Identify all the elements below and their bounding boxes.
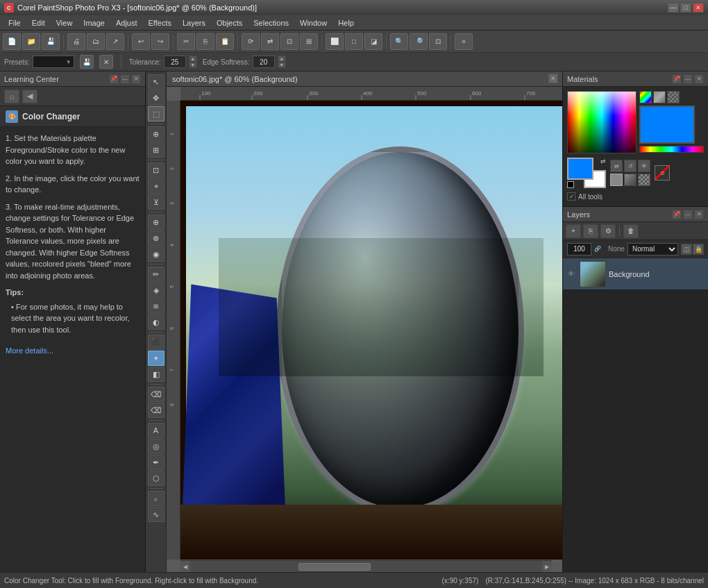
arrow-tool-btn[interactable]: ↖	[148, 74, 165, 90]
select-all-btn[interactable]: ⬜	[326, 33, 344, 50]
mat-reset-btn[interactable]: ↺	[624, 160, 637, 172]
mat-pattern-btn[interactable]	[638, 174, 650, 186]
save-btn[interactable]: 💾	[42, 33, 60, 50]
layer-item-background[interactable]: 👁 Background	[563, 258, 708, 290]
menu-help[interactable]: Help	[332, 17, 360, 28]
zoom-tool-btn[interactable]: ⊕	[148, 126, 165, 142]
gradient-btn[interactable]: ◧	[148, 367, 165, 382]
menu-selections[interactable]: Selections	[248, 17, 294, 28]
menu-image[interactable]: Image	[78, 17, 110, 28]
menu-file[interactable]: File	[3, 17, 26, 28]
smear-btn[interactable]: ≋	[148, 299, 165, 314]
mat-rainbow-btn[interactable]	[639, 91, 652, 103]
edge-softness-down[interactable]: ▼	[278, 62, 286, 68]
resize-btn[interactable]: ⊞	[300, 33, 318, 50]
new-layer-btn[interactable]: +	[566, 224, 581, 238]
browse-btn[interactable]: 🗂	[87, 33, 105, 50]
menu-edit[interactable]: Edit	[26, 17, 51, 28]
mat-close-btn[interactable]: ✕	[694, 74, 704, 84]
duplicate-layer-btn[interactable]: ⎘	[583, 224, 598, 238]
lock-all-btn[interactable]: 🔒	[693, 244, 704, 255]
menu-layers[interactable]: Layers	[177, 17, 211, 28]
mat-texture-btn[interactable]	[667, 91, 680, 103]
mat-null-btn[interactable]: ⊘	[655, 165, 670, 180]
edge-softness-up[interactable]: ▲	[278, 56, 286, 62]
clone-btn[interactable]: ◈	[148, 283, 165, 298]
more-details-link[interactable]: More details...	[6, 345, 53, 357]
rotate-btn[interactable]: ⟳	[242, 33, 260, 50]
hscroll-thumb[interactable]	[298, 563, 371, 571]
layers-pin-btn[interactable]: 📌	[672, 210, 682, 219]
lc-close-btn[interactable]: ✕	[131, 74, 141, 84]
undo-btn[interactable]: ↩	[132, 33, 150, 50]
opacity-input[interactable]	[567, 243, 591, 255]
paint-brush-btn[interactable]: ✏	[148, 267, 165, 282]
edge-softness-input[interactable]	[253, 56, 275, 68]
share-btn[interactable]: ↗	[106, 33, 124, 50]
lock-transparent-btn[interactable]: ◫	[681, 244, 692, 255]
tolerance-down[interactable]: ▼	[189, 62, 197, 68]
deselect-btn[interactable]: □	[345, 33, 363, 50]
dodge-btn[interactable]: ◐	[148, 314, 165, 330]
mat-solid-btn[interactable]	[610, 174, 623, 186]
color-changer-btn[interactable]: ✦	[148, 351, 165, 366]
minimize-button[interactable]: —	[668, 3, 679, 12]
delete-layer-btn[interactable]: 🗑	[623, 224, 639, 238]
select-tool-btn[interactable]: ⬚	[148, 106, 165, 121]
menu-view[interactable]: View	[51, 17, 78, 28]
preset-shape-btn[interactable]: ⬡	[148, 471, 165, 486]
mat-eye-btn[interactable]: 👁	[638, 160, 650, 172]
print-btn[interactable]: 🖨	[67, 33, 85, 50]
flood-fill-btn[interactable]: ⬛	[148, 335, 165, 350]
layer-visibility-btn[interactable]: 👁	[566, 269, 577, 280]
deform-tool-btn[interactable]: ⊞	[148, 142, 165, 158]
eraser-btn[interactable]: ⌫	[148, 387, 165, 402]
paste-btn[interactable]: 📋	[216, 33, 234, 50]
invert-sel-btn[interactable]: ◪	[364, 33, 382, 50]
magic-wand-btn[interactable]: ⊗	[148, 230, 165, 246]
lc-prev-btn[interactable]: ◀	[22, 90, 37, 103]
presets-dropdown[interactable]: ▼	[33, 56, 74, 68]
mat-gray-btn[interactable]	[653, 91, 666, 103]
mat-minimize-btn[interactable]: —	[683, 74, 693, 84]
lc-pin-btn[interactable]: 📌	[109, 74, 119, 84]
mat-swap-btn[interactable]: ⇄	[610, 160, 623, 172]
close-button[interactable]: ✕	[693, 3, 704, 12]
menu-window[interactable]: Window	[294, 17, 332, 28]
all-tools-checkbox[interactable]: ✓	[567, 192, 575, 201]
straighten-tool-btn[interactable]: ⌖	[148, 178, 165, 194]
vector-btn[interactable]: ◎	[148, 439, 165, 454]
maximize-button[interactable]: □	[680, 3, 691, 12]
layers-minimize-btn[interactable]: —	[683, 210, 693, 219]
warp-btn[interactable]: ∿	[148, 507, 165, 522]
hscroll-left-btn[interactable]: ◀	[180, 561, 190, 572]
layer-props-btn[interactable]: ⚙	[600, 224, 616, 238]
zoom-out-btn[interactable]: 🔎	[410, 33, 428, 50]
layers-close-btn[interactable]: ✕	[694, 210, 704, 219]
canvas-image-container[interactable]	[180, 101, 562, 560]
menu-adjust[interactable]: Adjust	[110, 17, 143, 28]
copy-btn[interactable]: ⎘	[196, 33, 214, 50]
cut-btn[interactable]: ✂	[177, 33, 195, 50]
presets-delete-btn[interactable]: ✕	[99, 55, 113, 69]
lc-back-btn[interactable]: ⌂	[4, 90, 19, 103]
bg-eraser-btn[interactable]: ⌫	[148, 403, 165, 418]
blend-mode-select[interactable]: Normal Dissolve Multiply Screen Overlay	[627, 243, 678, 255]
fit-btn[interactable]: ⊡	[429, 33, 447, 50]
persp-tool-btn[interactable]: ⊻	[148, 194, 165, 210]
more-tools-btn[interactable]: »	[455, 33, 473, 50]
crop-tool-btn[interactable]: ⊡	[148, 162, 165, 178]
presets-save-btn[interactable]: 💾	[80, 55, 94, 69]
zoom-in-btn[interactable]: 🔍	[390, 33, 408, 50]
mat-pin-btn[interactable]: 📌	[672, 74, 682, 84]
lc-minimize-btn[interactable]: —	[120, 74, 130, 84]
hue-slider[interactable]	[639, 146, 704, 153]
tolerance-input[interactable]	[164, 56, 186, 68]
menu-effects[interactable]: Effects	[143, 17, 177, 28]
redo-btn[interactable]: ↪	[151, 33, 169, 50]
reset-colors-btn[interactable]	[567, 181, 574, 188]
dropper-tool-btn[interactable]: ◉	[148, 246, 165, 262]
canvas-close-btn[interactable]: ✕	[548, 74, 558, 83]
move-tool-btn[interactable]: ⊕	[148, 215, 165, 230]
crop-tb-btn[interactable]: ⊡	[280, 33, 298, 50]
